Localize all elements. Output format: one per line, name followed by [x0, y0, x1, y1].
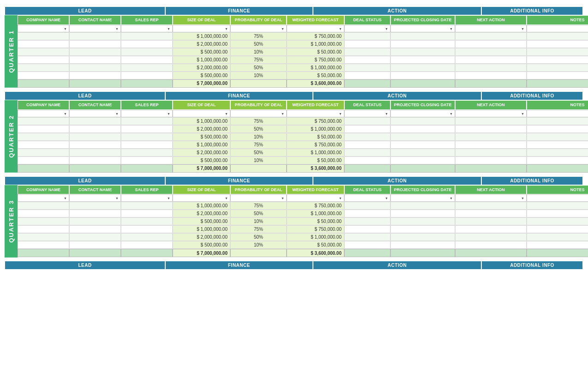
filter-row-2[interactable] [18, 110, 588, 117]
dropdown-arrow-6-q3[interactable] [385, 196, 388, 200]
company-cell-4-q1 [18, 64, 69, 72]
table-area-1: COMPANY NAMECONTACT NAMESALES REPSIZE OF… [18, 15, 588, 88]
filter-dropdown-9-q2[interactable] [527, 110, 588, 117]
section-lead-4: LEAD [5, 261, 165, 270]
filter-dropdown-2-q2[interactable] [121, 110, 173, 117]
weighted-cell-0-q3: $ 750,000.00 [287, 202, 344, 210]
prob-cell-3-q3: 75% [230, 225, 287, 233]
filter-dropdown-7-q3[interactable] [390, 194, 455, 202]
filter-dropdown-0-q1[interactable] [18, 25, 69, 32]
filter-dropdown-1-q3[interactable] [69, 194, 121, 202]
dropdown-arrow-2-q2[interactable] [167, 111, 170, 116]
filter-dropdown-0-q3[interactable] [18, 194, 69, 202]
company-cell-1-q2 [18, 125, 69, 133]
filter-dropdown-3-q3[interactable] [173, 194, 230, 202]
projdate-cell-2-q1 [390, 48, 455, 56]
notes-cell-5-q3 [527, 241, 588, 249]
data-row-5-q2: $ 500,000.0010%$ 50,000.00 [18, 156, 588, 164]
data-row-4-q2: $ 2,000,000.0050%$ 1,000,000.00 [18, 149, 588, 156]
dropdown-arrow-4-q1[interactable] [281, 26, 284, 31]
contact-cell-1-q3 [69, 210, 121, 217]
total-weighted-q1: $ 3,600,000.00 [287, 79, 344, 88]
size-cell-1-q2: $ 2,000,000.00 [173, 125, 230, 133]
dropdown-arrow-4-q3[interactable] [281, 196, 284, 200]
company-cell-5-q2 [18, 156, 69, 164]
filter-dropdown-7-q2[interactable] [390, 110, 455, 117]
dropdown-arrow-8-q1[interactable] [521, 26, 524, 31]
section-action-4: ACTION [313, 261, 481, 270]
filter-dropdown-5-q3[interactable] [287, 194, 344, 202]
salesrep-cell-1-q1 [121, 40, 173, 48]
company-name-header-2: COMPANY NAME [18, 100, 69, 110]
filter-dropdown-8-q1[interactable] [455, 25, 527, 32]
company-cell-3-q3 [18, 225, 69, 233]
dropdown-arrow-3-q3[interactable] [225, 196, 228, 200]
filter-dropdown-1-q1[interactable] [69, 25, 121, 32]
dropdown-arrow-1-q1[interactable] [115, 26, 119, 31]
dropdown-arrow-7-q3[interactable] [450, 196, 453, 200]
company-cell-1-q3 [18, 210, 69, 217]
dropdown-arrow-7-q2[interactable] [450, 111, 453, 116]
dropdown-arrow-7-q1[interactable] [450, 26, 453, 31]
filter-dropdown-2-q3[interactable] [121, 194, 173, 202]
weighted-cell-4-q2: $ 1,000,000.00 [287, 149, 344, 156]
sales-rep-header-3: SALES REP [121, 185, 173, 195]
salesrep-cell-3-q1 [121, 56, 173, 64]
salesrep-cell-0-q1 [121, 32, 173, 40]
total-empty-6-q1 [344, 79, 390, 88]
filter-dropdown-0-q2[interactable] [18, 110, 69, 117]
prob-cell-3-q2: 75% [230, 141, 287, 149]
company-cell-1-q1 [18, 40, 69, 48]
dropdown-arrow-0-q3[interactable] [64, 196, 67, 200]
filter-dropdown-5-q2[interactable] [287, 110, 344, 117]
filter-dropdown-4-q2[interactable] [230, 110, 287, 117]
filter-dropdown-7-q1[interactable] [390, 25, 455, 32]
filter-dropdown-6-q2[interactable] [344, 110, 390, 117]
filter-dropdown-4-q1[interactable] [230, 25, 287, 32]
filter-dropdown-8-q2[interactable] [455, 110, 527, 117]
dropdown-arrow-1-q3[interactable] [115, 196, 119, 200]
filter-dropdown-9-q1[interactable] [527, 25, 588, 32]
dropdown-arrow-4-q2[interactable] [281, 111, 284, 116]
dropdown-arrow-2-q1[interactable] [167, 26, 170, 31]
dropdown-arrow-1-q2[interactable] [115, 111, 119, 116]
dropdown-arrow-0-q1[interactable] [64, 26, 67, 31]
company-cell-4-q2 [18, 149, 69, 156]
prob-cell-3-q1: 75% [230, 56, 287, 64]
filter-dropdown-3-q2[interactable] [173, 110, 230, 117]
dropdown-arrow-8-q3[interactable] [521, 196, 524, 200]
filter-dropdown-5-q1[interactable] [287, 25, 344, 32]
dropdown-arrow-5-q2[interactable] [339, 111, 342, 116]
nextaction-cell-4-q3 [455, 233, 527, 241]
filter-row-3[interactable] [18, 194, 588, 202]
filter-dropdown-1-q2[interactable] [69, 110, 121, 117]
dropdown-arrow-5-q3[interactable] [339, 196, 342, 200]
dropdown-arrow-2-q3[interactable] [167, 196, 170, 200]
salesrep-cell-5-q1 [121, 72, 173, 79]
filter-row-1[interactable] [18, 25, 588, 32]
dropdown-arrow-3-q2[interactable] [225, 111, 228, 116]
dropdown-arrow-3-q1[interactable] [225, 26, 228, 31]
total-empty-2-q1 [121, 79, 173, 88]
total-empty-1-q3 [69, 249, 121, 257]
dropdown-arrow-6-q2[interactable] [385, 111, 388, 116]
filter-dropdown-6-q3[interactable] [344, 194, 390, 202]
filter-dropdown-2-q1[interactable] [121, 25, 173, 32]
filter-dropdown-9-q3[interactable] [527, 194, 588, 202]
dropdown-arrow-5-q1[interactable] [339, 26, 342, 31]
deal-status-header-1: DEAL STATUS [344, 15, 390, 25]
filter-dropdown-3-q1[interactable] [173, 25, 230, 32]
salesrep-cell-2-q1 [121, 48, 173, 56]
filter-dropdown-8-q3[interactable] [455, 194, 527, 202]
filter-dropdown-4-q3[interactable] [230, 194, 287, 202]
contact-cell-5-q1 [69, 72, 121, 79]
size-cell-4-q2: $ 2,000,000.00 [173, 149, 230, 156]
dropdown-arrow-6-q1[interactable] [385, 26, 388, 31]
section-lead: LEAD [5, 6, 165, 15]
contact-cell-3-q3 [69, 225, 121, 233]
notes-cell-5-q1 [527, 72, 588, 79]
filter-dropdown-6-q1[interactable] [344, 25, 390, 32]
dropdown-arrow-8-q2[interactable] [521, 111, 524, 116]
contact-cell-2-q2 [69, 133, 121, 141]
dropdown-arrow-0-q2[interactable] [64, 111, 67, 116]
